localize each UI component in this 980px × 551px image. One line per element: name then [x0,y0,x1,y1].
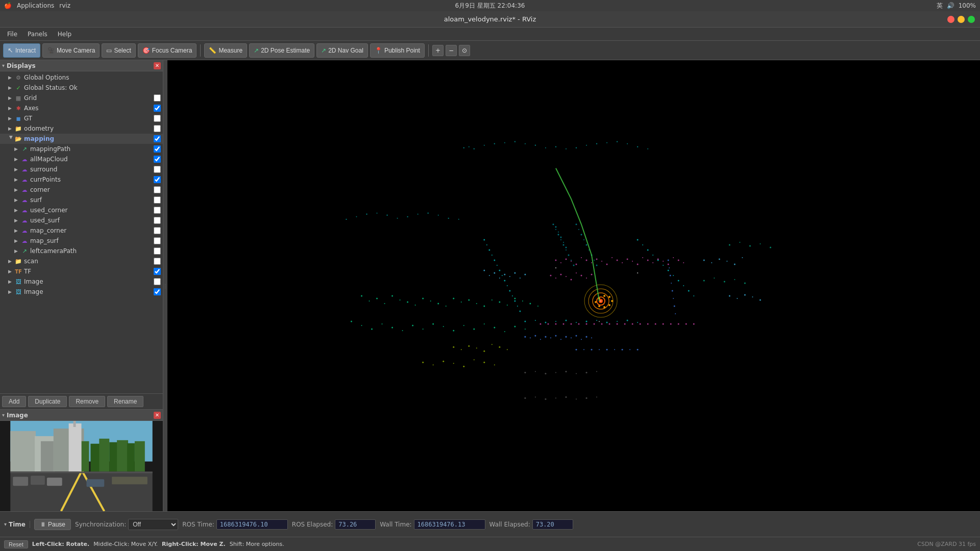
3d-viewport[interactable] [167,60,980,511]
svg-point-275 [749,245,751,246]
tree-item-used-corner[interactable]: ▶ ☁ used_corner [0,205,163,215]
reset-view-button[interactable]: ⊙ [459,45,470,56]
publish-point-button[interactable]: 📍 Publish Point [370,43,425,58]
apps-label[interactable]: Applications [17,2,54,9]
rename-display-btn[interactable]: Rename [107,396,143,407]
panel-resize-handle[interactable]: ⋮ [163,60,167,511]
currPoints-checkbox[interactable] [154,176,161,183]
leftcameraPath-checkbox[interactable] [154,247,161,255]
image-panel-close-btn[interactable]: ✕ [154,412,161,419]
menu-help[interactable]: Help [54,30,76,39]
duplicate-display-btn[interactable]: Duplicate [28,396,67,407]
minimize-window-btn[interactable] [958,16,965,23]
svg-point-37 [586,145,587,146]
menu-panels[interactable]: Panels [23,30,52,39]
remove-display-btn[interactable]: Remove [69,396,105,407]
scan-checkbox[interactable] [154,258,161,265]
used-surf-checkbox[interactable] [154,217,161,224]
pose-estimate-button[interactable]: ↗ 2D Pose Estimate [249,43,314,58]
tree-item-currPoints[interactable]: ▶ ☁ currPoints [0,174,163,185]
allMapCloud-checkbox[interactable] [154,156,161,163]
zoom-in-button[interactable]: + [432,45,444,56]
tree-item-tf[interactable]: ▶ TF TF [0,266,163,277]
tree-item-scan[interactable]: ▶ 📁 scan [0,256,163,266]
svg-point-318 [565,396,567,398]
time-expand-icon[interactable]: ▾ [4,521,7,527]
close-window-btn[interactable] [947,16,954,23]
tree-item-map-surf[interactable]: ▶ ☁ map_surf [0,236,163,246]
sync-label: Synchronization: [75,521,126,528]
map-surf-checkbox[interactable] [154,237,161,244]
tree-item-mappingPath[interactable]: ▶ ↗ mappingPath [0,144,163,154]
corner-checkbox[interactable] [154,186,161,193]
svg-point-272 [494,364,495,365]
tree-item-corner[interactable]: ▶ ☁ corner [0,185,163,195]
select-button[interactable]: ▭ Select [102,43,135,58]
grid-checkbox[interactable] [154,94,161,102]
svg-point-284 [555,229,556,230]
tree-item-image1[interactable]: ▶ 🖼 Image [0,277,163,287]
zoom-out-button[interactable]: − [446,45,457,56]
svg-point-263 [499,346,500,348]
image-panel-collapse-icon[interactable]: ▾ [2,412,5,418]
svg-point-121 [678,280,679,281]
add-display-btn[interactable]: Add [2,396,26,407]
reset-button[interactable]: Reset [4,540,28,548]
mappingPath-checkbox[interactable] [154,145,161,153]
tree-item-allMapCloud[interactable]: ▶ ☁ allMapCloud [0,154,163,164]
toolbar-sep-1 [200,44,201,57]
tf-checkbox[interactable] [154,268,161,275]
image1-checkbox[interactable] [154,278,161,285]
svg-point-130 [576,322,577,323]
interact-button[interactable]: ↖ Interact [3,43,40,58]
map-corner-checkbox[interactable] [154,227,161,234]
displays-collapse-icon[interactable]: ▾ [2,63,5,68]
odometry-checkbox[interactable] [154,125,161,132]
tree-item-mapping[interactable]: ▶ 📂 mapping [0,134,163,144]
displays-close-btn[interactable]: ✕ [154,62,161,69]
tree-item-image2[interactable]: ▶ 🖼 Image [0,287,163,297]
svg-point-229 [583,349,584,350]
tree-item-axes[interactable]: ▶ ✱ Axes [0,103,163,113]
svg-point-243 [514,272,516,273]
sync-select[interactable]: Off Exact Approximate [128,519,178,530]
used-corner-checkbox[interactable] [154,207,161,214]
tree-item-surround[interactable]: ▶ ☁ surround [0,164,163,174]
svg-point-162 [683,262,684,263]
svg-point-36 [576,147,577,148]
svg-point-40 [617,141,618,142]
svg-rect-4 [41,441,54,472]
allMapCloud-label: allMapCloud [30,156,152,163]
menu-file[interactable]: File [3,30,21,39]
wall-elapsed-field: Wall Elapsed: 73.20 [489,519,573,530]
surround-checkbox[interactable] [154,166,161,173]
pause-button[interactable]: ⏸ Pause [34,519,71,530]
svg-point-102 [494,259,495,261]
svg-point-91 [463,325,464,326]
svg-point-172 [540,323,541,325]
measure-button[interactable]: 📏 Measure [204,43,247,58]
tree-item-grid[interactable]: ▶ ▦ Grid [0,93,163,103]
tree-item-used-surf[interactable]: ▶ ☁ used_surf [0,215,163,226]
gt-checkbox[interactable] [154,115,161,122]
nav-goal-button[interactable]: ↗ 2D Nav Goal [316,43,368,58]
tree-item-odometry[interactable]: ▶ 📁 odometry [0,123,163,134]
tree-item-leftcameraPath[interactable]: ▶ ↗ leftcameraPath [0,246,163,256]
rviz-label[interactable]: rviz [59,2,70,9]
focus-camera-button[interactable]: 🎯 Focus Camera [138,43,197,58]
surf-checkbox[interactable] [154,196,161,204]
move-camera-button[interactable]: 🎥 Move Camera [42,43,100,58]
tree-item-global-options[interactable]: ▶ ⚙ Global Options [0,72,163,83]
apple-icon[interactable]: 🍎 [4,2,12,9]
tree-item-surf[interactable]: ▶ ☁ surf [0,195,163,205]
lang-indicator[interactable]: 英 [937,2,943,10]
image2-checkbox[interactable] [154,288,161,295]
maximize-window-btn[interactable] [968,16,975,23]
mapping-checkbox[interactable] [154,135,161,142]
tree-item-gt[interactable]: ▶ ◼ GT [0,113,163,123]
tree-item-map-corner[interactable]: ▶ ☁ map_corner [0,226,163,236]
svg-point-245 [524,273,526,275]
tree-item-global-status[interactable]: ▶ ✓ Global Status: Ok [0,83,163,93]
axes-checkbox[interactable] [154,105,161,112]
svg-point-146 [601,261,602,262]
